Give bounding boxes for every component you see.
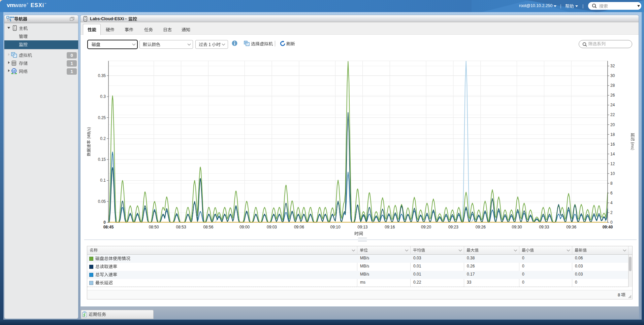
svg-text:09:23: 09:23 <box>448 225 458 229</box>
svg-text:0.15: 0.15 <box>98 157 106 162</box>
svg-text:0: 0 <box>610 220 613 225</box>
svg-text:09:03: 09:03 <box>267 225 277 229</box>
svg-text:14: 14 <box>610 152 615 156</box>
svg-text:18: 18 <box>610 132 615 137</box>
svg-text:09:26: 09:26 <box>476 225 486 229</box>
svg-text:0.2: 0.2 <box>100 136 106 141</box>
svg-text:09:00: 09:00 <box>239 225 250 229</box>
svg-text:16: 16 <box>610 142 615 147</box>
svg-text:0.35: 0.35 <box>98 73 106 78</box>
svg-text:09:30: 09:30 <box>512 225 522 229</box>
svg-text:09:16: 09:16 <box>385 225 395 229</box>
svg-text:09:13: 09:13 <box>357 225 367 229</box>
svg-text:09:40: 09:40 <box>603 225 613 229</box>
svg-text:26: 26 <box>610 93 615 98</box>
svg-text:8: 8 <box>610 181 613 186</box>
svg-text:32: 32 <box>610 64 615 68</box>
svg-text:08:56: 08:56 <box>203 225 213 229</box>
svg-text:20: 20 <box>610 122 615 127</box>
svg-text:6: 6 <box>610 191 613 195</box>
svg-text:0.1: 0.1 <box>100 178 106 183</box>
svg-text:12: 12 <box>610 161 615 166</box>
svg-text:0: 0 <box>103 220 106 225</box>
svg-text:08:53: 08:53 <box>176 225 186 229</box>
svg-text:08:50: 08:50 <box>149 225 159 229</box>
svg-text:0.05: 0.05 <box>98 199 106 204</box>
svg-text:28: 28 <box>610 83 615 88</box>
svg-text:22: 22 <box>610 112 615 117</box>
svg-text:0.3: 0.3 <box>100 94 106 99</box>
svg-text:2: 2 <box>610 210 613 215</box>
svg-text:09:36: 09:36 <box>566 225 576 229</box>
svg-text:09:06: 09:06 <box>294 225 304 229</box>
svg-text:10: 10 <box>610 171 615 176</box>
svg-text:09:10: 09:10 <box>330 225 341 229</box>
svg-text:08:45: 08:45 <box>103 225 114 229</box>
svg-text:0.25: 0.25 <box>98 115 106 120</box>
svg-text:30: 30 <box>610 73 615 78</box>
svg-text:24: 24 <box>610 103 615 107</box>
svg-text:4: 4 <box>610 201 613 205</box>
svg-text:09:20: 09:20 <box>421 225 431 229</box>
svg-text:09:33: 09:33 <box>539 225 549 229</box>
